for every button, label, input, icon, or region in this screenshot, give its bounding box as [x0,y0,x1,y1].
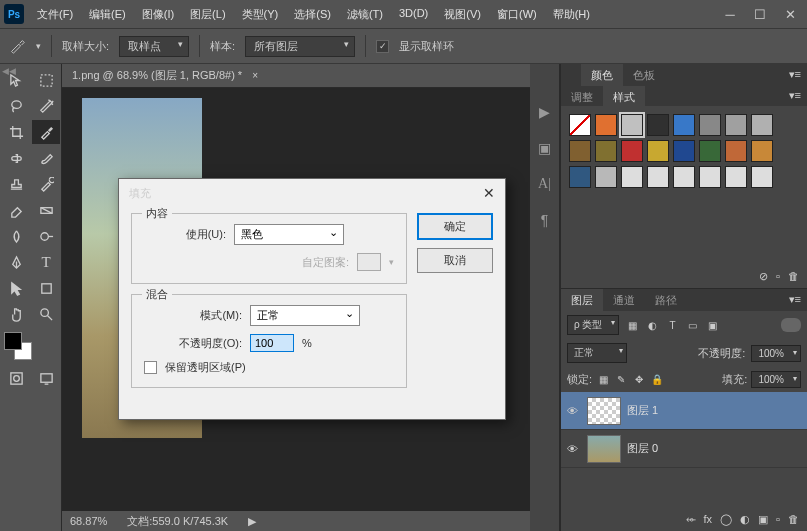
style-swatch[interactable] [595,140,617,162]
menu-filter[interactable]: 滤镜(T) [340,3,390,26]
style-swatch[interactable] [699,114,721,136]
lasso-tool[interactable] [2,94,30,118]
blend-mode-dropdown[interactable]: 正常 [567,343,627,363]
collapse-icon[interactable]: ◀◀ [0,64,18,78]
frame-icon[interactable]: ▣ [538,140,551,156]
style-swatch[interactable] [725,114,747,136]
brush-tool[interactable] [32,146,60,170]
tab-layers[interactable]: 图层 [561,289,603,311]
style-swatch[interactable] [751,166,773,188]
layers-panel-menu-icon[interactable]: ▾≡ [783,289,807,311]
opacity-input[interactable] [250,334,294,352]
clear-style-icon[interactable]: ⊘ [759,270,768,283]
style-swatch[interactable] [595,114,617,136]
dialog-close-icon[interactable]: ✕ [483,185,495,201]
style-swatch[interactable] [621,140,643,162]
fill-field[interactable]: 100% [751,371,801,388]
style-swatch[interactable] [647,140,669,162]
color-swatches[interactable] [4,332,32,360]
menu-image[interactable]: 图像(I) [135,3,181,26]
ok-button[interactable]: 确定 [417,213,493,240]
blur-tool[interactable] [2,224,30,248]
sample-dropdown[interactable]: 所有图层 [245,36,355,57]
layer-fx-icon[interactable]: fx [704,513,713,525]
shape-tool[interactable] [32,276,60,300]
style-swatch[interactable] [647,166,669,188]
path-select-tool[interactable] [2,276,30,300]
menu-help[interactable]: 帮助(H) [546,3,597,26]
layer-name-1[interactable]: 图层 1 [627,403,658,418]
layer-name-0[interactable]: 图层 0 [627,441,658,456]
filter-kind-dropdown[interactable]: ρ 类型 [567,315,619,335]
zoom-level[interactable]: 68.87% [70,515,107,527]
show-ring-checkbox[interactable]: ✓ [376,40,389,53]
style-swatch[interactable] [751,114,773,136]
play-icon[interactable]: ▶ [539,104,550,120]
marquee-tool[interactable] [32,68,60,92]
style-swatch[interactable] [725,140,747,162]
status-arrow-icon[interactable]: ▶ [248,515,256,528]
layer-mask-icon[interactable]: ◯ [720,513,732,526]
heal-tool[interactable] [2,146,30,170]
quickmask-tool[interactable] [2,366,30,390]
eraser-tool[interactable] [2,198,30,222]
foreground-color[interactable] [4,332,22,350]
cancel-button[interactable]: 取消 [417,248,493,273]
document-tab[interactable]: 1.png @ 68.9% (图层 1, RGB/8#) * × [62,64,530,88]
minimize-button[interactable]: ─ [717,4,743,24]
tab-styles[interactable]: 样式 [603,86,645,106]
style-swatch[interactable] [569,114,591,136]
filter-type-icon[interactable]: T [665,318,679,332]
screenmode-tool[interactable] [32,366,60,390]
dodge-tool[interactable] [32,224,60,248]
tab-channels[interactable]: 通道 [603,289,645,311]
filter-smart-icon[interactable]: ▣ [705,318,719,332]
layer-row-1[interactable]: 👁 图层 1 [561,392,807,430]
gradient-tool[interactable] [32,198,60,222]
use-dropdown[interactable]: 黑色 [234,224,344,245]
mode-dropdown[interactable]: 正常 [250,305,360,326]
opacity-field[interactable]: 100% [751,345,801,362]
lock-all-icon[interactable]: 🔒 [650,373,664,387]
eyedropper-tool[interactable] [32,120,60,144]
filter-toggle[interactable] [781,318,801,332]
filter-pixel-icon[interactable]: ▦ [625,318,639,332]
style-swatch[interactable] [673,166,695,188]
char-icon[interactable]: A| [538,176,551,192]
menu-3d[interactable]: 3D(D) [392,3,435,26]
history-brush-tool[interactable] [32,172,60,196]
menu-window[interactable]: 窗口(W) [490,3,544,26]
sample-size-dropdown[interactable]: 取样点 [119,36,189,57]
layer-thumbnail[interactable] [587,435,621,463]
style-swatch[interactable] [621,114,643,136]
menu-select[interactable]: 选择(S) [287,3,338,26]
layer-thumbnail[interactable] [587,397,621,425]
tab-paths[interactable]: 路径 [645,289,687,311]
filter-shape-icon[interactable]: ▭ [685,318,699,332]
layer-row-0[interactable]: 👁 图层 0 [561,430,807,468]
menu-layer[interactable]: 图层(L) [183,3,232,26]
panel-menu-icon[interactable]: ▾≡ [783,64,807,86]
new-style-icon[interactable]: ▫ [776,270,780,282]
stamp-tool[interactable] [2,172,30,196]
visibility-icon[interactable]: 👁 [567,443,581,455]
visibility-icon[interactable]: 👁 [567,405,581,417]
zoom-tool[interactable] [32,302,60,326]
delete-style-icon[interactable]: 🗑 [788,270,799,282]
group-icon[interactable]: ▣ [758,513,768,526]
para-icon[interactable]: ¶ [541,212,549,228]
style-swatch[interactable] [595,166,617,188]
pen-tool[interactable] [2,250,30,274]
preserve-checkbox[interactable] [144,361,157,374]
menu-edit[interactable]: 编辑(E) [82,3,133,26]
lock-paint-icon[interactable]: ✎ [614,373,628,387]
style-swatch[interactable] [621,166,643,188]
style-swatch[interactable] [569,166,591,188]
crop-tool[interactable] [2,120,30,144]
dialog-titlebar[interactable]: 填充 ✕ [119,179,505,207]
filter-adjust-icon[interactable]: ◐ [645,318,659,332]
lock-position-icon[interactable]: ✥ [632,373,646,387]
hand-tool[interactable] [2,302,30,326]
style-swatch[interactable] [647,114,669,136]
link-layers-icon[interactable]: ⬰ [686,513,696,526]
